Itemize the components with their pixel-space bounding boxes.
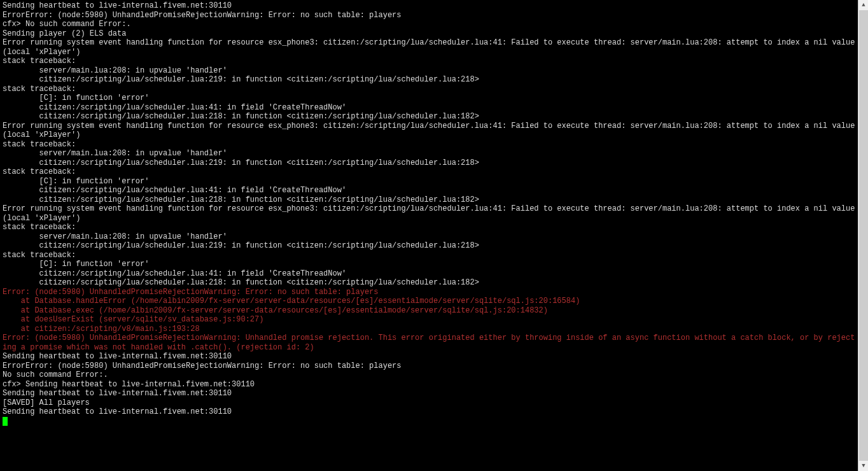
- terminal-line: server/main.lua:208: in upvalue 'handler…: [3, 66, 855, 76]
- terminal-prompt-line[interactable]: [3, 417, 855, 426]
- terminal-line: [C]: in function 'error': [3, 177, 855, 186]
- terminal-line: stack traceback:: [3, 223, 855, 232]
- terminal-line: citizen:/scripting/lua/scheduler.lua:219…: [3, 75, 855, 85]
- terminal-line: Error running system event handling func…: [3, 38, 855, 57]
- terminal-line: Error: (node:5980) UnhandledPromiseRejec…: [3, 288, 855, 297]
- terminal-line: stack traceback:: [3, 167, 855, 177]
- scroll-up-button[interactable]: ▲: [858, 0, 868, 10]
- terminal-line: ErrorError: (node:5980) UnhandledPromise…: [3, 11, 855, 20]
- terminal-line: citizen:/scripting/lua/scheduler.lua:218…: [3, 112, 855, 122]
- terminal-line: Sending heartbeat to live-internal.fivem…: [3, 389, 855, 398]
- terminal-line: server/main.lua:208: in upvalue 'handler…: [3, 232, 855, 242]
- terminal-cursor: [3, 417, 8, 426]
- terminal-line: Error running system event handling func…: [3, 204, 855, 223]
- terminal-line: server/main.lua:208: in upvalue 'handler…: [3, 149, 855, 158]
- terminal-line: at Database.exec (/home/albin2009/fx-ser…: [3, 306, 855, 316]
- terminal-line: Sending heartbeat to live-internal.fivem…: [3, 407, 855, 417]
- terminal-line: ErrorError: (node:5980) UnhandledPromise…: [3, 362, 855, 371]
- terminal-line: Sending heartbeat to live-internal.fivem…: [3, 1, 855, 11]
- terminal-line: Error running system event handling func…: [3, 122, 855, 140]
- terminal-line: stack traceback:: [3, 57, 855, 66]
- terminal-line: citizen:/scripting/lua/scheduler.lua:218…: [3, 278, 855, 288]
- terminal-line: [SAVED] All players: [3, 398, 855, 408]
- terminal-line: cfx> Sending heartbeat to live-internal.…: [3, 380, 855, 390]
- terminal-line: at doesUserExist (server/sqlite/sv_datab…: [3, 315, 855, 325]
- terminal-line: stack traceback:: [3, 85, 855, 94]
- terminal-line: citizen:/scripting/lua/scheduler.lua:219…: [3, 158, 855, 168]
- terminal-line: [C]: in function 'error': [3, 94, 855, 103]
- scroll-thumb[interactable]: [859, 10, 868, 461]
- terminal-line: stack traceback:: [3, 140, 855, 150]
- terminal-line: at citizen:/scripting/v8/main.js:193:28: [3, 325, 855, 334]
- vertical-scrollbar[interactable]: ▲ ▼: [858, 0, 868, 471]
- terminal-line: citizen:/scripting/lua/scheduler.lua:41:…: [3, 186, 855, 195]
- terminal-line: citizen:/scripting/lua/scheduler.lua:219…: [3, 241, 855, 251]
- terminal-line: citizen:/scripting/lua/scheduler.lua:41:…: [3, 103, 855, 113]
- terminal-line: Sending heartbeat to live-internal.fivem…: [3, 352, 855, 362]
- terminal-line: at Database.handleError (/home/albin2009…: [3, 297, 855, 306]
- terminal-line: Error: (node:5980) UnhandledPromiseRejec…: [3, 334, 855, 352]
- terminal-line: stack traceback:: [3, 251, 855, 260]
- chevron-down-icon: ▼: [862, 461, 865, 471]
- terminal-line: [C]: in function 'error': [3, 260, 855, 269]
- terminal-line: No such command Error:.: [3, 370, 855, 380]
- terminal-line: Sending player (2) ELS data: [3, 29, 855, 39]
- terminal-line: citizen:/scripting/lua/scheduler.lua:218…: [3, 195, 855, 205]
- scroll-down-button[interactable]: ▼: [858, 461, 868, 471]
- terminal-line: citizen:/scripting/lua/scheduler.lua:41:…: [3, 269, 855, 279]
- terminal-output[interactable]: Sending heartbeat to live-internal.fivem…: [0, 0, 858, 471]
- terminal-window: Sending heartbeat to live-internal.fivem…: [0, 0, 868, 471]
- terminal-line: cfx> No such command Error:.: [3, 20, 855, 29]
- chevron-up-icon: ▲: [862, 1, 865, 10]
